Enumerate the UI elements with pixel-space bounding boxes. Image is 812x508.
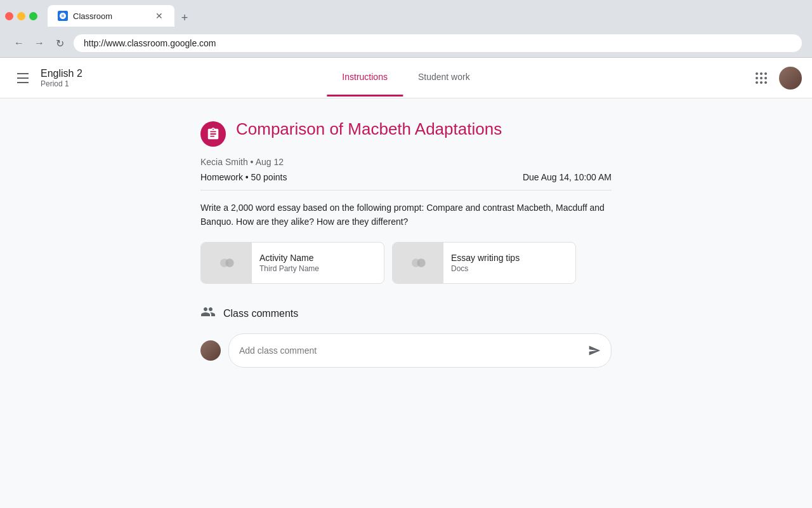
hamburger-line-3 bbox=[17, 82, 29, 83]
user-avatar[interactable] bbox=[779, 67, 802, 90]
attachment-thumbnail-2 bbox=[393, 243, 443, 283]
svg-point-2 bbox=[225, 258, 233, 267]
forward-button[interactable]: → bbox=[30, 34, 48, 52]
tab-favicon bbox=[58, 11, 68, 21]
class-name: English 2 bbox=[41, 68, 82, 79]
attachment-info-2: Essay writing tips Docs bbox=[443, 248, 575, 278]
comments-title: Class comments bbox=[223, 308, 298, 319]
comments-header: Class comments bbox=[200, 304, 612, 323]
assignment-header: Comparison of Macbeth Adaptations bbox=[200, 119, 612, 147]
attachment-type-2: Docs bbox=[451, 264, 568, 273]
grid-dots-icon bbox=[756, 72, 767, 84]
main-content: Comparison of Macbeth Adaptations Kecia … bbox=[0, 98, 812, 508]
minimize-button[interactable] bbox=[17, 12, 25, 20]
address-bar[interactable] bbox=[74, 34, 802, 52]
attachment-name-1: Activity Name bbox=[259, 253, 376, 263]
attachments: Activity Name Third Party Name Essay wri… bbox=[200, 242, 612, 284]
app: English 2 Period 1 Instructions Student … bbox=[0, 58, 812, 508]
tab-close-button[interactable]: ✕ bbox=[154, 11, 164, 21]
class-comments-section: Class comments bbox=[200, 304, 612, 368]
traffic-lights bbox=[5, 12, 37, 20]
comment-input[interactable] bbox=[239, 345, 583, 356]
apps-button[interactable] bbox=[749, 65, 774, 91]
class-period: Period 1 bbox=[41, 79, 82, 88]
assignment-icon bbox=[200, 121, 226, 147]
browser-chrome: Classroom ✕ + ← → ↻ bbox=[0, 0, 812, 58]
assignment-title: Comparison of Macbeth Adaptations bbox=[236, 119, 502, 140]
attachment-type-1: Third Party Name bbox=[259, 264, 376, 273]
back-button[interactable]: ← bbox=[10, 34, 28, 52]
tab-bar: Classroom ✕ + bbox=[48, 5, 193, 27]
assignment-meta: Kecia Smith • Aug 12 Homework • 50 point… bbox=[200, 157, 612, 190]
attachment-name-2: Essay writing tips bbox=[451, 253, 568, 263]
assignment-description: Write a 2,000 word essay based on the fo… bbox=[200, 201, 612, 229]
browser-tab[interactable]: Classroom ✕ bbox=[48, 5, 174, 27]
comments-people-icon bbox=[200, 304, 216, 323]
svg-point-5 bbox=[417, 258, 425, 267]
attachment-card-2[interactable]: Essay writing tips Docs bbox=[392, 242, 576, 284]
tab-instructions[interactable]: Instructions bbox=[327, 59, 403, 97]
content-container: Comparison of Macbeth Adaptations Kecia … bbox=[190, 119, 622, 368]
hamburger-menu-button[interactable] bbox=[10, 65, 36, 91]
send-comment-button[interactable] bbox=[583, 339, 606, 362]
close-button[interactable] bbox=[5, 12, 13, 20]
hamburger-line-1 bbox=[17, 73, 29, 74]
avatar-image bbox=[779, 67, 802, 90]
tab-student-work[interactable]: Student work bbox=[403, 59, 485, 97]
comment-input-row bbox=[200, 333, 612, 368]
assignment-points: Homework • 50 points bbox=[200, 172, 287, 182]
assignment-due: Due Aug 14, 10:00 AM bbox=[523, 172, 612, 182]
attachment-thumbnail-1 bbox=[201, 243, 252, 283]
nav-buttons: ← → ↻ bbox=[10, 34, 69, 52]
meta-details: Homework • 50 points Due Aug 14, 10:00 A… bbox=[200, 172, 612, 182]
reload-button[interactable]: ↻ bbox=[51, 34, 69, 52]
comment-user-avatar bbox=[200, 340, 221, 361]
new-tab-button[interactable]: + bbox=[176, 9, 193, 27]
attachment-card-1[interactable]: Activity Name Third Party Name bbox=[200, 242, 384, 284]
attachment-info-1: Activity Name Third Party Name bbox=[252, 248, 384, 278]
hamburger-line-2 bbox=[17, 77, 29, 79]
comment-input-wrapper[interactable] bbox=[228, 333, 612, 368]
top-nav: English 2 Period 1 Instructions Student … bbox=[0, 58, 812, 98]
nav-right bbox=[749, 65, 802, 91]
tab-title: Classroom bbox=[73, 11, 149, 21]
divider bbox=[200, 190, 612, 190]
meta-author: Kecia Smith • Aug 12 bbox=[200, 157, 612, 167]
class-info: English 2 Period 1 bbox=[41, 68, 82, 88]
nav-tabs: Instructions Student work bbox=[327, 59, 485, 97]
fullscreen-button[interactable] bbox=[29, 12, 37, 20]
